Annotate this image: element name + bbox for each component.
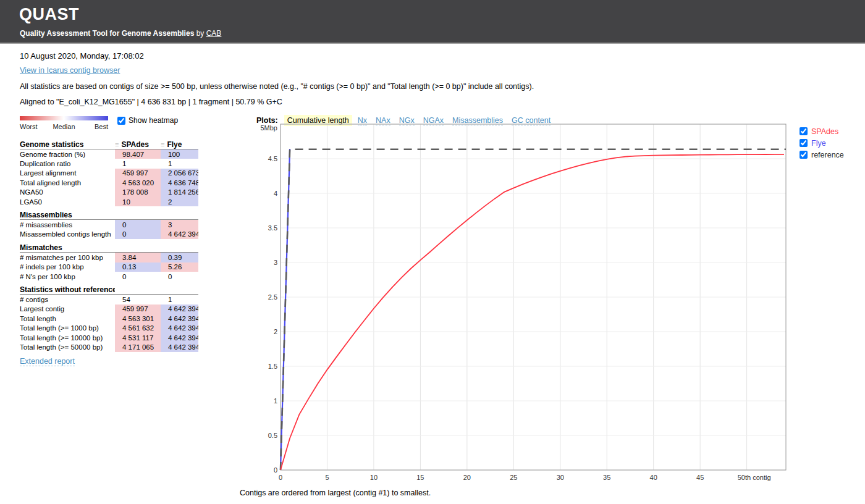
metric-value-spades: 0: [115, 272, 161, 281]
legend-row: reference: [800, 149, 844, 161]
quast-report-page: QUAST Quality Assessment Tool for Genome…: [0, 0, 865, 504]
x-tick-label: 50th contig: [738, 474, 771, 481]
table-row: Total aligned length4 563 0204 636 748: [20, 178, 198, 187]
y-tick-label: 1: [274, 397, 277, 405]
y-tick-label: 3: [274, 259, 277, 266]
column-header-flye: ≡Flye: [161, 140, 198, 149]
y-tick-label: 3.5: [268, 224, 277, 232]
legend-row: SPAdes: [800, 125, 844, 137]
metric-value-flye: 3: [161, 220, 198, 229]
legend-row: Flye: [800, 137, 844, 149]
app-subtitle: Quality Assessment Tool for Genome Assem…: [20, 29, 221, 38]
table-row: Duplication ratio11: [20, 159, 198, 168]
table-row: Genome fraction (%)98.407100: [20, 149, 198, 159]
metric-value-spades: 4 561 632: [115, 323, 161, 332]
section-title: Genome statistics: [20, 140, 115, 149]
app-subtitle-text: Quality Assessment Tool for Genome Assem…: [20, 29, 194, 38]
metric-value-spades: 4 563 020: [115, 178, 161, 187]
metric-label: Total length (>= 10000 bp): [20, 334, 115, 342]
table-row: Misassembled contigs length04 642 394: [20, 230, 198, 239]
table-row: LGA50102: [20, 197, 198, 206]
heatmap-gradient-bar: [20, 116, 108, 120]
metric-value-flye: 4 642 394: [161, 342, 198, 351]
series-reference: [281, 149, 786, 470]
x-tick-label: 10: [370, 474, 378, 481]
metric-value-spades: 178 008: [115, 188, 161, 197]
metric-value-flye: 4 642 394: [161, 304, 198, 314]
x-tick-label: 40: [650, 474, 657, 481]
metric-label: # mismatches per 100 kbp: [20, 254, 115, 261]
app-subtitle-by: by: [196, 29, 205, 38]
y-tick-label: 4.5: [268, 155, 277, 162]
metric-label: # misassemblies: [20, 221, 115, 229]
y-tick-label: 0: [274, 466, 277, 474]
heatmap-worst-label: Worst: [20, 123, 38, 130]
icarus-browser-link[interactable]: View in Icarus contig browser: [20, 66, 120, 75]
metric-value-spades: 459 997: [115, 304, 161, 314]
legend-checkbox-spades[interactable]: [800, 127, 808, 135]
legend-checkbox-flye[interactable]: [800, 139, 808, 147]
metric-label: Total length (>= 50000 bp): [20, 343, 115, 351]
metric-value-flye: 4 642 394: [161, 314, 198, 323]
drag-handle-icon[interactable]: ≡: [161, 141, 164, 148]
cab-link[interactable]: CAB: [206, 29, 222, 38]
x-tick-label: 45: [696, 474, 704, 481]
x-tick-label: 20: [463, 474, 471, 481]
metric-value-flye: 1 814 256: [161, 188, 198, 197]
section-title: Mismatches: [20, 243, 115, 252]
show-heatmap-label: Show heatmap: [129, 116, 178, 125]
table-row: # contigs541: [20, 295, 198, 304]
extended-report-link[interactable]: Extended report: [20, 357, 75, 366]
y-tick-label: 0.5: [268, 432, 277, 439]
section-title-row: Misassemblies: [20, 210, 198, 220]
table-row: # mismatches per 100 kbp3.840.39: [20, 253, 198, 262]
legend-label-reference: reference: [811, 151, 844, 159]
metric-value-spades: 0: [115, 220, 161, 229]
metric-label: Total aligned length: [20, 179, 115, 187]
metric-label: Largest alignment: [20, 169, 115, 177]
table-row: # indels per 100 kbp0.135.26: [20, 262, 198, 272]
legend-label-flye: Flye: [811, 139, 826, 148]
metric-value-spades: 4 563 301: [115, 314, 161, 323]
chart-caption: Contigs are ordered from largest (contig…: [240, 489, 431, 497]
show-heatmap-checkbox[interactable]: [117, 117, 125, 125]
section-title: Misassemblies: [20, 211, 115, 219]
metric-label: Largest contig: [20, 305, 115, 313]
y-tick-label: 1.5: [268, 363, 277, 370]
section-title-row: Statistics without reference: [20, 285, 198, 295]
y-tick-label: 4: [274, 190, 277, 197]
x-tick-label: 30: [557, 474, 564, 481]
metric-value-spades: 459 997: [115, 169, 161, 178]
app-header: QUAST Quality Assessment Tool for Genome…: [0, 0, 865, 44]
metric-value-flye: 4 642 394: [161, 323, 198, 332]
y-tick-label: 2: [274, 328, 277, 335]
column-name: SPAdes: [121, 140, 148, 149]
x-tick-label: 5: [325, 474, 329, 481]
x-tick-label: 15: [416, 474, 424, 481]
y-tick-label: 5Mbp: [260, 124, 277, 132]
heatmap-median-label: Median: [53, 123, 75, 130]
x-tick-label: 25: [510, 474, 517, 481]
table-row: NGA50178 0081 814 256: [20, 188, 198, 197]
drag-handle-icon[interactable]: ≡: [115, 141, 119, 148]
metric-value-spades: 0: [115, 230, 161, 239]
table-row: Largest contig459 9974 642 394: [20, 304, 198, 314]
metric-label: Misassembled contigs length: [20, 230, 115, 238]
report-date: 10 August 2020, Monday, 17:08:02: [20, 51, 144, 61]
metric-value-flye: 0: [161, 272, 198, 281]
statistics-note: All statistics are based on contigs of s…: [20, 82, 534, 91]
legend-checkbox-reference[interactable]: [800, 151, 808, 159]
table-row: Total length (>= 50000 bp)4 171 0654 642…: [20, 342, 198, 351]
section-title-row: Genome statistics≡SPAdes≡Flye: [20, 140, 198, 149]
metric-label: # N's per 100 kbp: [20, 273, 115, 280]
metric-value-spades: 0.13: [115, 262, 161, 272]
table-row: Total length (>= 10000 bp)4 531 1174 642…: [20, 333, 198, 342]
metric-value-flye: 4 636 748: [161, 178, 198, 187]
statistics-table: Genome statistics≡SPAdes≡FlyeGenome frac…: [20, 140, 198, 352]
metric-value-flye: 1: [161, 295, 198, 304]
series-spades: [281, 154, 784, 470]
metric-value-spades: 3.84: [115, 253, 161, 262]
metric-value-spades: 4 531 117: [115, 333, 161, 342]
metric-value-spades: 98.407: [115, 149, 161, 159]
metric-label: LGA50: [20, 198, 115, 206]
